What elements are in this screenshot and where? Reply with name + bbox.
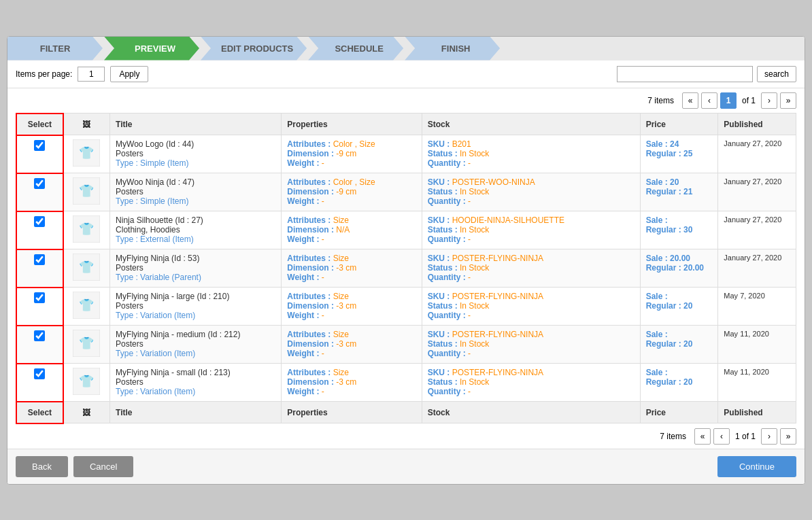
product-properties-cell: Attributes : Size Dimension : N/A Weight… [282, 211, 422, 249]
product-title-cell: Ninja Silhouette (Id : 27) Clothing, Hoo… [110, 211, 282, 249]
items-per-page-input[interactable] [78, 67, 105, 82]
prev-page-btn-bottom[interactable]: ‹ [713, 428, 730, 445]
first-page-btn-top[interactable]: « [682, 92, 698, 109]
published-date: May 11, 2020 [724, 368, 790, 376]
quantity-row: Quantity : - [428, 387, 635, 396]
table-row: 👕 Ninja Silhouette (Id : 27) Clothing, H… [16, 211, 796, 249]
bottom-bar: Back Cancel Continue [7, 449, 805, 484]
current-page-btn-top[interactable]: 1 [720, 92, 737, 109]
product-published-cell: May 11, 2020 [718, 326, 796, 364]
product-properties-cell: Attributes : Size Dimension : -3 cm Weig… [282, 326, 422, 364]
row-checkbox[interactable] [34, 330, 45, 341]
product-name: MyFlying Ninja - medium (Id : 212) [116, 330, 275, 339]
weight-row: Weight : - [287, 273, 416, 282]
cancel-button[interactable]: Cancel [73, 456, 133, 477]
tfoot-select: Select [16, 402, 63, 423]
next-page-btn-top[interactable]: › [761, 92, 777, 109]
status-row: Status : In Stock [428, 301, 635, 311]
tfoot-stock: Stock [422, 402, 640, 423]
search-button[interactable]: search [757, 66, 796, 82]
product-properties-cell: Attributes : Size Dimension : -3 cm Weig… [282, 288, 422, 326]
svg-text:👕: 👕 [79, 260, 95, 275]
items-per-page-label: Items per page: [16, 69, 72, 79]
product-title-cell: MyFlying Ninja - medium (Id : 212) Poste… [110, 326, 282, 364]
wizard-step-filter[interactable]: FILTER [7, 37, 103, 60]
regular-price-row: Regular : 25 [646, 149, 713, 158]
product-properties-cell: Attributes : Size Dimension : -3 cm Weig… [282, 364, 422, 402]
back-button[interactable]: Back [16, 456, 68, 477]
product-price-cell: Sale : 20.00 Regular : 20.00 [640, 249, 718, 288]
table-row: 👕 MyWoo Ninja (Id : 47) Posters Type : S… [16, 173, 796, 211]
row-checkbox[interactable] [34, 292, 45, 303]
quantity-row: Quantity : - [428, 235, 635, 244]
page-of-top: of 1 [739, 96, 758, 105]
dimension-row: Dimension : -9 cm [287, 149, 416, 158]
last-page-btn-top[interactable]: » [780, 92, 796, 109]
wizard-step-preview[interactable]: PREVIEW [104, 37, 199, 60]
product-name: MyWoo Logo (Id : 44) [116, 139, 275, 149]
products-table-wrapper: Select 🖼 Title Properties Stock Price Pu… [7, 113, 805, 424]
product-title-cell: MyWoo Ninja (Id : 47) Posters Type : Sim… [110, 173, 282, 211]
sku-row: SKU : POSTER-FLYING-NINJA [428, 368, 635, 377]
th-properties: Properties [282, 114, 422, 135]
product-category: Posters [116, 301, 275, 311]
row-checkbox[interactable] [34, 216, 45, 227]
page-of-bottom: 1 of 1 [732, 432, 758, 441]
row-checkbox[interactable] [34, 178, 45, 189]
quantity-row: Quantity : - [428, 311, 635, 320]
th-price: Price [640, 114, 718, 135]
weight-row: Weight : - [287, 311, 416, 320]
status-row: Status : In Stock [428, 377, 635, 387]
items-count-top: 7 items [647, 96, 674, 105]
wizard-step-schedule[interactable]: SCHEDULE [308, 37, 403, 60]
regular-price-row: Regular : 20 [646, 301, 713, 311]
product-category: Posters [116, 377, 275, 387]
continue-button[interactable]: Continue [717, 456, 796, 477]
svg-text:👕: 👕 [79, 336, 95, 351]
sku-row: SKU : POSTER-WOO-NINJA [428, 177, 635, 187]
wizard-step-finish[interactable]: FINISH [405, 37, 500, 60]
product-image-cell: 👕 [63, 135, 110, 173]
product-properties-cell: Attributes : Size Dimension : -3 cm Weig… [282, 249, 422, 288]
attributes-row: Attributes : Size [287, 215, 416, 225]
row-checkbox[interactable] [34, 368, 45, 379]
product-image: 👕 [73, 177, 100, 205]
product-type: Type : Variation (Item) [116, 387, 275, 396]
tfoot-properties: Properties [282, 402, 422, 423]
weight-row: Weight : - [287, 196, 416, 206]
product-published-cell: January 27, 2020 [718, 249, 796, 288]
product-name: MyFlying Ninja (Id : 53) [116, 254, 275, 263]
dimension-row: Dimension : N/A [287, 225, 416, 235]
dimension-row: Dimension : -3 cm [287, 301, 416, 311]
main-container: FILTER PREVIEW EDIT PRODUCTS SCHEDULE FI… [7, 36, 805, 485]
product-price-cell: Sale : Regular : 30 [640, 211, 718, 249]
wizard-step-edit-products[interactable]: EDIT PRODUCTS [201, 37, 307, 60]
product-category: Posters [116, 187, 275, 196]
product-category: Posters [116, 263, 275, 273]
product-price-cell: Sale : 20 Regular : 21 [640, 173, 718, 211]
product-image: 👕 [73, 254, 100, 281]
apply-button[interactable]: Apply [110, 66, 148, 82]
row-checkbox[interactable] [34, 254, 45, 265]
last-page-btn-bottom[interactable]: » [780, 428, 796, 445]
first-page-btn-bottom[interactable]: « [694, 428, 711, 445]
prev-page-btn-top[interactable]: ‹ [701, 92, 717, 109]
toolbar-left: Items per page: Apply [16, 66, 148, 82]
th-title: Title [110, 114, 282, 135]
search-input[interactable] [617, 66, 753, 82]
regular-price-row: Regular : 20 [646, 339, 713, 349]
status-row: Status : In Stock [428, 187, 635, 196]
product-type: Type : Variation (Item) [116, 349, 275, 358]
select-cell [16, 173, 63, 211]
table-row: 👕 MyFlying Ninja - medium (Id : 212) Pos… [16, 326, 796, 364]
sale-price-row: Sale : [646, 330, 713, 339]
regular-price-row: Regular : 21 [646, 187, 713, 196]
row-checkbox[interactable] [34, 140, 45, 151]
product-image: 👕 [73, 368, 100, 395]
toolbar-right: search [617, 66, 796, 82]
dimension-row: Dimension : -3 cm [287, 339, 416, 349]
published-date: May 7, 2020 [724, 292, 790, 300]
sku-row: SKU : B201 [428, 139, 635, 149]
product-category: Posters [116, 339, 275, 349]
next-page-btn-bottom[interactable]: › [761, 428, 777, 445]
